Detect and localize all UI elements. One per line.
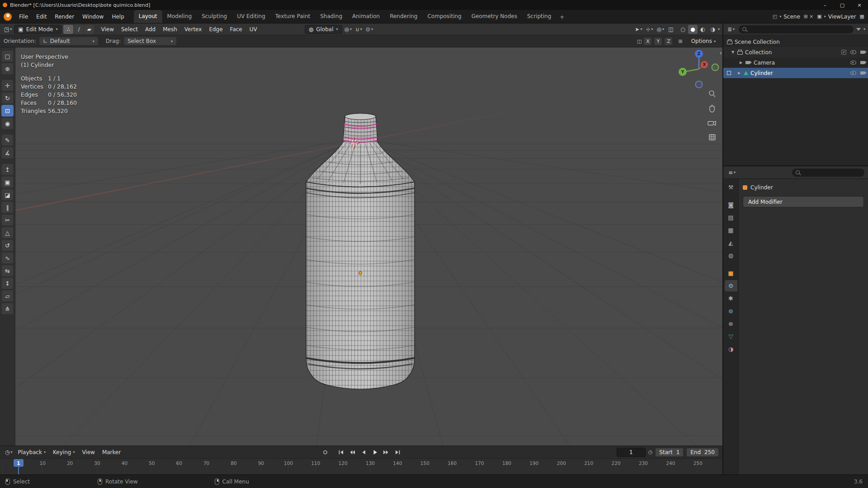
properties-tab-particles[interactable]: ✱: [725, 293, 737, 304]
tool-scale[interactable]: ⊡: [1, 105, 14, 117]
tool-knife[interactable]: ✂: [1, 214, 14, 226]
orientation-dropdown[interactable]: ∟ Default: [39, 37, 99, 46]
proportional-editing-button[interactable]: ⊙: [364, 25, 374, 34]
menu-add[interactable]: Add: [142, 24, 159, 34]
camera-view-icon[interactable]: [708, 121, 716, 125]
menu-edit[interactable]: Edit: [32, 11, 51, 22]
timeline-editor-type-button[interactable]: ◷: [4, 448, 14, 457]
viewlayer-selector[interactable]: ▣ ViewLayer: [815, 13, 858, 21]
toggle-xray-button[interactable]: ◫: [666, 25, 675, 34]
hide-in-viewport-icon[interactable]: [850, 71, 856, 75]
tool-measure[interactable]: ∡: [1, 147, 14, 159]
chevron-down-icon[interactable]: [863, 27, 865, 31]
close-button[interactable]: ×: [851, 0, 868, 10]
hide-in-viewport-icon[interactable]: [850, 61, 856, 65]
unlink-scene-icon[interactable]: ×: [809, 14, 813, 19]
workspace-tab-scripting[interactable]: Scripting: [522, 10, 556, 23]
menu-keying[interactable]: Keying: [50, 447, 78, 457]
tool-spin[interactable]: ↺: [1, 239, 14, 251]
hide-in-viewport-icon[interactable]: [850, 50, 856, 54]
outliner-row-cylinder[interactable]: ▶ Cylinder: [723, 68, 868, 78]
next-keyframe-button[interactable]: [381, 448, 392, 456]
workspace-tab-geometry-nodes[interactable]: Geometry Nodes: [467, 10, 522, 23]
disclosure-triangle-icon[interactable]: ▶: [737, 71, 741, 75]
chevron-down-icon[interactable]: [718, 27, 720, 31]
menu-timeline-view[interactable]: View: [79, 447, 98, 457]
transform-orientation-dropdown[interactable]: ◍ Global: [305, 25, 342, 34]
properties-tab-world[interactable]: ◍: [725, 250, 737, 261]
menu-mesh[interactable]: Mesh: [160, 24, 180, 34]
properties-tab-material[interactable]: ◑: [725, 343, 737, 355]
tool-shear[interactable]: ▱: [1, 290, 14, 302]
rendered-shading-button[interactable]: ◑: [708, 25, 717, 34]
outliner-row-camera[interactable]: ▶ Camera: [723, 57, 868, 68]
outliner-row-collection[interactable]: ▼ Collection: [723, 47, 868, 57]
menu-edge[interactable]: Edge: [206, 24, 226, 34]
disclosure-triangle-icon[interactable]: ▶: [739, 61, 743, 65]
collection-checkbox[interactable]: [841, 50, 846, 55]
new-scene-icon[interactable]: ⊞: [804, 14, 808, 19]
wireframe-shading-button[interactable]: ○: [678, 25, 688, 34]
outliner-row-scene-collection[interactable]: Scene Collection: [723, 37, 868, 47]
blender-logo-icon[interactable]: [4, 13, 12, 21]
properties-tab-view-layer[interactable]: ▦: [725, 225, 737, 236]
tool-annotate[interactable]: ✎: [1, 134, 14, 146]
workspace-tab-modeling[interactable]: Modeling: [162, 10, 197, 23]
menu-render[interactable]: Render: [51, 11, 78, 22]
tool-rip-region[interactable]: ⋔: [1, 303, 14, 314]
gizmo-negative-z[interactable]: [696, 81, 703, 88]
tool-transform[interactable]: ◉: [1, 117, 14, 129]
workspace-tab-compositing[interactable]: Compositing: [422, 10, 466, 23]
tool-rotate[interactable]: ↻: [1, 92, 14, 104]
scene-selector[interactable]: ◰ Scene: [770, 13, 802, 21]
mirror-icon[interactable]: ◫: [637, 38, 642, 44]
edge-select-button[interactable]: ∕: [74, 25, 84, 34]
maximize-button[interactable]: ▢: [834, 0, 851, 10]
mirror-y-toggle[interactable]: Y: [654, 37, 662, 46]
add-workspace-button[interactable]: +: [556, 11, 568, 23]
disclosure-triangle-icon[interactable]: ▼: [731, 50, 735, 54]
previous-keyframe-button[interactable]: [347, 448, 358, 456]
disable-in-render-icon[interactable]: [860, 71, 865, 75]
properties-tab-tool[interactable]: ⚒: [725, 182, 737, 193]
menu-help[interactable]: Help: [108, 11, 128, 22]
disable-in-render-icon[interactable]: [860, 51, 865, 54]
zoom-icon[interactable]: [709, 91, 715, 97]
workspace-tab-texture-paint[interactable]: Texture Paint: [270, 10, 315, 23]
outliner-editor-type-button[interactable]: ≣: [726, 25, 736, 34]
new-viewlayer-icon[interactable]: ▦: [860, 14, 864, 19]
menu-file[interactable]: File: [15, 11, 32, 22]
properties-tab-scene[interactable]: ◭: [725, 237, 737, 249]
workspace-tab-uv-editing[interactable]: UV Editing: [232, 10, 270, 23]
properties-search[interactable]: [792, 169, 864, 177]
minimize-button[interactable]: –: [816, 0, 834, 10]
tool-bevel[interactable]: ◪: [1, 189, 14, 201]
object-visibility-button[interactable]: ➤: [633, 25, 643, 34]
mirror-x-toggle[interactable]: X: [643, 37, 652, 46]
tool-smooth[interactable]: ∿: [1, 252, 14, 264]
use-preview-range-icon[interactable]: ◷: [648, 449, 653, 455]
snap-base-icon[interactable]: ⊞: [678, 38, 682, 44]
tool-extrude-region[interactable]: ↥: [1, 164, 14, 175]
mirror-z-toggle[interactable]: Z: [664, 37, 673, 46]
start-frame-field[interactable]: Start 1: [655, 448, 684, 457]
mode-dropdown[interactable]: ▣ Edit Mode: [14, 25, 61, 34]
material-preview-button[interactable]: ◐: [698, 25, 708, 34]
editor-type-button[interactable]: ◳: [3, 25, 13, 34]
playhead[interactable]: 1: [14, 459, 24, 467]
menu-uv[interactable]: UV: [246, 24, 260, 34]
menu-vertex[interactable]: Vertex: [181, 24, 205, 34]
snapping-button[interactable]: ∪: [354, 25, 363, 34]
menu-select[interactable]: Select: [118, 24, 141, 34]
add-modifier-button[interactable]: Add Modifier: [743, 196, 864, 207]
timeline-ruler[interactable]: 1020304050607080901001101201301401501601…: [0, 458, 722, 474]
properties-tab-render[interactable]: ◙: [725, 199, 737, 211]
disable-in-render-icon[interactable]: [860, 61, 865, 64]
workspace-tab-shading[interactable]: Shading: [315, 10, 347, 23]
viewport-3d[interactable]: X Z Y: [0, 47, 722, 446]
solid-shading-button[interactable]: ●: [688, 25, 698, 34]
tool-shrink-fatten[interactable]: ↕: [1, 277, 14, 289]
gizmo-negative-y[interactable]: [712, 64, 719, 70]
tool-loop-cut[interactable]: ∥: [1, 202, 14, 213]
auto-keying-button[interactable]: [320, 448, 330, 456]
